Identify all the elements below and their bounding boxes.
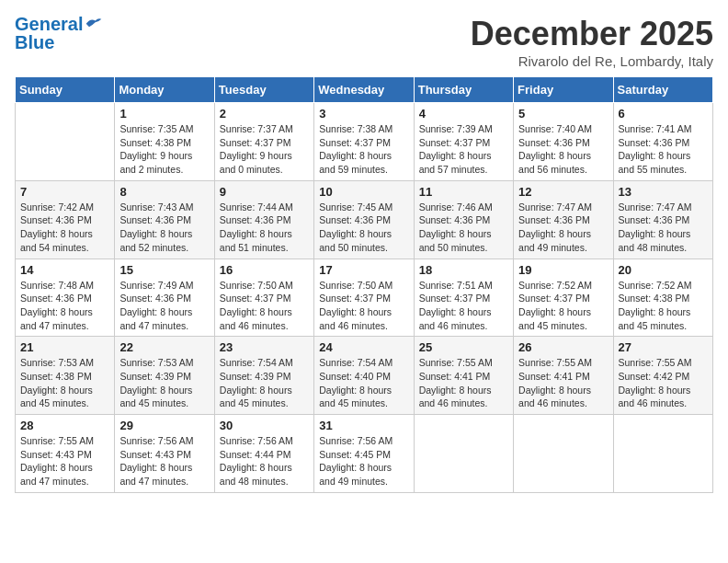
calendar-cell: 20Sunrise: 7:52 AMSunset: 4:38 PMDayligh… — [613, 259, 712, 337]
calendar-cell: 22Sunrise: 7:53 AMSunset: 4:39 PMDayligh… — [115, 337, 214, 415]
calendar-cell: 24Sunrise: 7:54 AMSunset: 4:40 PMDayligh… — [314, 337, 414, 415]
calendar-cell: 17Sunrise: 7:50 AMSunset: 4:37 PMDayligh… — [314, 259, 414, 337]
day-info: Sunrise: 7:55 AMSunset: 4:41 PMDaylight:… — [518, 356, 608, 410]
day-info: Sunrise: 7:41 AMSunset: 4:36 PMDaylight:… — [619, 122, 708, 177]
day-info: Sunrise: 7:56 AMSunset: 4:43 PMDaylight:… — [119, 434, 209, 488]
day-info: Sunrise: 7:35 AMSunset: 4:38 PMDaylight:… — [119, 122, 209, 177]
calendar-cell: 25Sunrise: 7:55 AMSunset: 4:41 PMDayligh… — [414, 337, 513, 415]
day-number: 15 — [119, 263, 209, 277]
day-info: Sunrise: 7:48 AMSunset: 4:36 PMDaylight:… — [20, 279, 109, 333]
day-number: 5 — [518, 107, 608, 121]
day-number: 24 — [319, 340, 408, 354]
day-info: Sunrise: 7:42 AMSunset: 4:36 PMDaylight:… — [20, 201, 109, 255]
day-info: Sunrise: 7:50 AMSunset: 4:37 PMDaylight:… — [220, 279, 309, 333]
day-info: Sunrise: 7:56 AMSunset: 4:44 PMDaylight:… — [220, 434, 309, 488]
location-subtitle: Rivarolo del Re, Lombardy, Italy — [471, 53, 713, 69]
calendar-cell: 19Sunrise: 7:52 AMSunset: 4:37 PMDayligh… — [514, 259, 613, 337]
day-number: 30 — [220, 419, 309, 432]
day-info: Sunrise: 7:47 AMSunset: 4:36 PMDaylight:… — [518, 201, 608, 255]
day-info: Sunrise: 7:46 AMSunset: 4:36 PMDaylight:… — [419, 201, 508, 255]
calendar-week-row: 28Sunrise: 7:55 AMSunset: 4:43 PMDayligh… — [16, 415, 713, 493]
calendar-cell: 29Sunrise: 7:56 AMSunset: 4:43 PMDayligh… — [115, 415, 214, 493]
calendar-body: 1Sunrise: 7:35 AMSunset: 4:38 PMDaylight… — [16, 103, 713, 493]
day-number: 3 — [319, 107, 408, 121]
calendar-cell — [514, 415, 613, 493]
day-number: 23 — [220, 340, 309, 354]
day-info: Sunrise: 7:51 AMSunset: 4:37 PMDaylight:… — [419, 279, 508, 333]
page-header: General Blue December 2025 Rivarolo del … — [15, 15, 713, 69]
day-info: Sunrise: 7:45 AMSunset: 4:36 PMDaylight:… — [319, 201, 408, 255]
day-info: Sunrise: 7:37 AMSunset: 4:37 PMDaylight:… — [220, 122, 309, 177]
calendar-cell: 8Sunrise: 7:43 AMSunset: 4:36 PMDaylight… — [115, 180, 214, 259]
day-info: Sunrise: 7:39 AMSunset: 4:37 PMDaylight:… — [419, 122, 508, 177]
weekday-header-thursday: Thursday — [414, 77, 513, 103]
calendar-cell: 26Sunrise: 7:55 AMSunset: 4:41 PMDayligh… — [514, 337, 613, 415]
calendar-cell: 21Sunrise: 7:53 AMSunset: 4:38 PMDayligh… — [16, 337, 115, 415]
calendar-cell: 10Sunrise: 7:45 AMSunset: 4:36 PMDayligh… — [314, 180, 414, 259]
day-info: Sunrise: 7:55 AMSunset: 4:42 PMDaylight:… — [619, 356, 708, 410]
calendar-cell: 23Sunrise: 7:54 AMSunset: 4:39 PMDayligh… — [214, 337, 313, 415]
day-info: Sunrise: 7:38 AMSunset: 4:37 PMDaylight:… — [319, 122, 408, 177]
month-year-title: December 2025 — [471, 15, 713, 53]
weekday-header-monday: Monday — [115, 77, 214, 103]
day-info: Sunrise: 7:44 AMSunset: 4:36 PMDaylight:… — [220, 201, 309, 255]
weekday-header-friday: Friday — [514, 77, 613, 103]
calendar-cell: 15Sunrise: 7:49 AMSunset: 4:36 PMDayligh… — [115, 259, 214, 337]
day-info: Sunrise: 7:47 AMSunset: 4:36 PMDaylight:… — [619, 201, 708, 255]
day-number: 16 — [220, 263, 309, 277]
day-info: Sunrise: 7:53 AMSunset: 4:38 PMDaylight:… — [20, 356, 109, 410]
day-number: 11 — [419, 185, 508, 199]
day-info: Sunrise: 7:52 AMSunset: 4:37 PMDaylight:… — [518, 279, 608, 333]
calendar-week-row: 1Sunrise: 7:35 AMSunset: 4:38 PMDaylight… — [16, 103, 713, 181]
day-number: 8 — [119, 185, 209, 199]
day-number: 21 — [20, 340, 109, 354]
calendar-cell: 1Sunrise: 7:35 AMSunset: 4:38 PMDaylight… — [115, 103, 214, 181]
day-number: 25 — [419, 340, 508, 354]
day-number: 2 — [220, 107, 309, 121]
logo-blue: Blue — [15, 33, 103, 52]
calendar-cell: 13Sunrise: 7:47 AMSunset: 4:36 PMDayligh… — [613, 180, 712, 259]
calendar-cell: 11Sunrise: 7:46 AMSunset: 4:36 PMDayligh… — [414, 180, 513, 259]
logo-general: General — [15, 14, 83, 34]
day-number: 28 — [20, 419, 109, 432]
calendar-header-row: SundayMondayTuesdayWednesdayThursdayFrid… — [16, 77, 713, 103]
day-number: 17 — [319, 263, 408, 277]
day-info: Sunrise: 7:56 AMSunset: 4:45 PMDaylight:… — [319, 434, 408, 488]
day-number: 31 — [319, 419, 408, 432]
day-number: 26 — [518, 340, 608, 354]
calendar-cell: 28Sunrise: 7:55 AMSunset: 4:43 PMDayligh… — [16, 415, 115, 493]
calendar-cell: 18Sunrise: 7:51 AMSunset: 4:37 PMDayligh… — [414, 259, 513, 337]
weekday-header-wednesday: Wednesday — [314, 77, 414, 103]
day-number: 27 — [619, 340, 708, 354]
day-number: 7 — [20, 185, 109, 199]
day-number: 9 — [220, 185, 309, 199]
calendar-cell: 12Sunrise: 7:47 AMSunset: 4:36 PMDayligh… — [514, 180, 613, 259]
calendar-cell: 3Sunrise: 7:38 AMSunset: 4:37 PMDaylight… — [314, 103, 414, 181]
calendar-cell: 7Sunrise: 7:42 AMSunset: 4:36 PMDaylight… — [16, 180, 115, 259]
calendar-cell: 6Sunrise: 7:41 AMSunset: 4:36 PMDaylight… — [613, 103, 712, 181]
weekday-header-sunday: Sunday — [16, 77, 115, 103]
day-info: Sunrise: 7:53 AMSunset: 4:39 PMDaylight:… — [119, 356, 209, 410]
day-info: Sunrise: 7:52 AMSunset: 4:38 PMDaylight:… — [619, 279, 708, 333]
calendar-cell — [16, 103, 115, 181]
day-number: 1 — [119, 107, 209, 121]
day-info: Sunrise: 7:54 AMSunset: 4:40 PMDaylight:… — [319, 356, 408, 410]
calendar-cell: 9Sunrise: 7:44 AMSunset: 4:36 PMDaylight… — [214, 180, 313, 259]
day-number: 29 — [119, 419, 209, 432]
weekday-header-tuesday: Tuesday — [214, 77, 313, 103]
calendar-cell: 31Sunrise: 7:56 AMSunset: 4:45 PMDayligh… — [314, 415, 414, 493]
day-number: 14 — [20, 263, 109, 277]
day-number: 10 — [319, 185, 408, 199]
day-info: Sunrise: 7:40 AMSunset: 4:36 PMDaylight:… — [518, 122, 608, 177]
day-number: 19 — [518, 263, 608, 277]
day-number: 12 — [518, 185, 608, 199]
calendar-cell: 16Sunrise: 7:50 AMSunset: 4:37 PMDayligh… — [214, 259, 313, 337]
day-info: Sunrise: 7:50 AMSunset: 4:37 PMDaylight:… — [319, 279, 408, 333]
day-number: 6 — [619, 107, 708, 121]
day-number: 18 — [419, 263, 508, 277]
calendar-cell: 30Sunrise: 7:56 AMSunset: 4:44 PMDayligh… — [214, 415, 313, 493]
day-info: Sunrise: 7:55 AMSunset: 4:41 PMDaylight:… — [419, 356, 508, 410]
calendar-week-row: 21Sunrise: 7:53 AMSunset: 4:38 PMDayligh… — [16, 337, 713, 415]
day-info: Sunrise: 7:49 AMSunset: 4:36 PMDaylight:… — [119, 279, 209, 333]
weekday-header-saturday: Saturday — [613, 77, 712, 103]
